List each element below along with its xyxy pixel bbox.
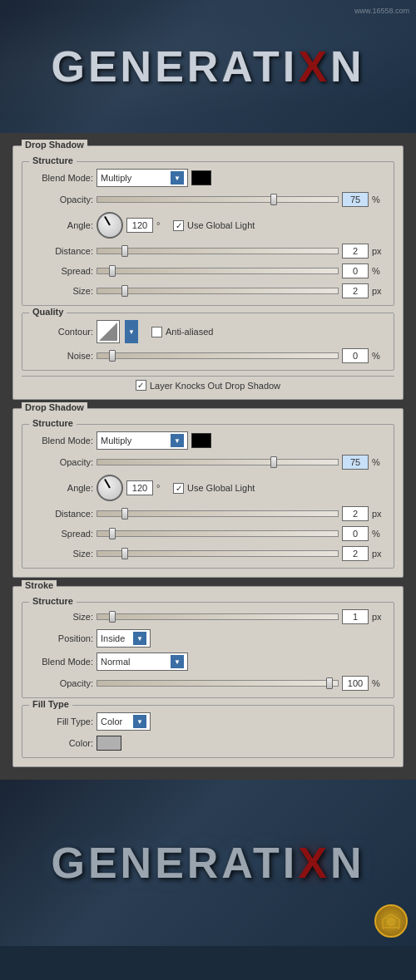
angle-row: Angle: 120 ° Use Global Light xyxy=(31,212,385,239)
panel1-title: Drop Shadow xyxy=(22,140,87,150)
layer-knocks-row: Layer Knocks Out Drop Shadow xyxy=(22,376,394,391)
size-input[interactable]: 2 xyxy=(342,283,369,298)
p3-size-input[interactable]: 1 xyxy=(342,609,369,624)
noise-slider-container xyxy=(97,352,339,359)
contour-dropdown-arrow[interactable]: ▼ xyxy=(125,320,138,343)
footer-banner: GENERATIXN xyxy=(0,780,416,946)
distance-slider[interactable] xyxy=(97,248,339,254)
p3-filltype-label: Fill Type: xyxy=(31,717,93,726)
noise-label: Noise: xyxy=(31,351,93,361)
blend-mode-value: Multiply xyxy=(101,173,131,183)
distance-slider-container xyxy=(97,248,339,254)
p3-opacity-slider[interactable] xyxy=(97,680,339,687)
anti-aliased-label: Anti-aliased xyxy=(166,327,213,337)
use-global-light-checkbox[interactable] xyxy=(173,220,184,231)
p2-spread-input[interactable]: 0 xyxy=(342,526,369,541)
p2-blend-mode-label: Blend Mode: xyxy=(31,436,93,446)
footer-title: GENERATIXN xyxy=(51,838,364,888)
header-title: GENERATIXN xyxy=(51,42,364,91)
title-post: N xyxy=(330,42,365,91)
svg-marker-0 xyxy=(99,323,117,341)
p2-distance-thumb xyxy=(121,508,128,520)
distance-input[interactable]: 2 xyxy=(342,244,369,259)
opacity-input[interactable]: 75 xyxy=(342,192,369,207)
p3-opacity-unit: % xyxy=(372,678,385,688)
distance-thumb xyxy=(121,245,128,257)
p2-size-unit: px xyxy=(372,549,385,559)
p2-blend-mode-dropdown[interactable]: Multiply ▼ xyxy=(97,431,188,450)
p3-blend-mode-row: Blend Mode: Normal ▼ xyxy=(31,653,385,671)
p2-size-slider[interactable] xyxy=(97,550,339,557)
p2-spread-slider[interactable] xyxy=(97,530,339,537)
p3-opacity-label: Opacity: xyxy=(31,678,93,688)
panel-drop-shadow-1: Drop Shadow Structure Blend Mode: Multip… xyxy=(12,145,404,400)
p3-size-row: Size: 1 px xyxy=(31,609,385,624)
distance-row: Distance: 2 px xyxy=(31,244,385,259)
p2-distance-slider[interactable] xyxy=(97,510,339,517)
angle-input[interactable]: 120 xyxy=(126,218,153,233)
p2-opacity-slider[interactable] xyxy=(97,459,339,465)
opacity-slider-container xyxy=(97,196,339,203)
p3-position-value: Inside xyxy=(101,633,125,643)
blend-mode-color-swatch[interactable] xyxy=(191,170,211,185)
p2-angle-needle xyxy=(104,479,111,488)
opacity-thumb xyxy=(270,194,277,205)
blend-mode-dropdown[interactable]: Multiply ▼ xyxy=(97,169,188,187)
p2-size-input[interactable]: 2 xyxy=(342,546,369,561)
p3-opacity-row: Opacity: 100 % xyxy=(31,676,385,691)
p2-use-global-light-label: Use Global Light xyxy=(187,483,255,493)
panel-stroke: Stroke Structure Size: 1 px Position: In… xyxy=(12,586,404,767)
p2-angle-dial[interactable] xyxy=(97,475,123,501)
noise-slider[interactable] xyxy=(97,352,339,359)
p2-blend-mode-color-swatch[interactable] xyxy=(191,433,211,448)
angle-needle xyxy=(104,216,111,225)
p3-filltype-arrow: ▼ xyxy=(133,715,146,728)
p2-distance-input[interactable]: 2 xyxy=(342,506,369,521)
watermark: www.16558.com xyxy=(354,7,409,15)
angle-dial[interactable] xyxy=(97,212,123,239)
angle-label: Angle: xyxy=(31,220,93,230)
p3-blend-mode-dropdown[interactable]: Normal ▼ xyxy=(97,653,188,671)
noise-input[interactable]: 0 xyxy=(342,348,369,363)
p3-position-dropdown[interactable]: Inside ▼ xyxy=(97,629,151,648)
p3-position-label: Position: xyxy=(31,633,93,643)
p3-size-slider[interactable] xyxy=(97,613,339,620)
p3-opacity-input[interactable]: 100 xyxy=(342,676,369,691)
size-thumb xyxy=(121,285,128,297)
panel2-structure-section: Structure Blend Mode: Multiply ▼ Opacity… xyxy=(22,424,394,569)
p2-spread-unit: % xyxy=(372,529,385,539)
layer-knocks-checkbox[interactable] xyxy=(136,380,146,391)
contour-preview[interactable] xyxy=(97,320,120,343)
main-content: Drop Shadow Structure Blend Mode: Multip… xyxy=(0,133,416,780)
size-slider[interactable] xyxy=(97,288,339,294)
p2-use-global-light-checkbox[interactable] xyxy=(173,483,184,494)
p2-opacity-label: Opacity: xyxy=(31,457,93,467)
noise-row: Noise: 0 % xyxy=(31,348,385,363)
spread-slider[interactable] xyxy=(97,268,339,274)
layer-knocks-label: Layer Knocks Out Drop Shadow xyxy=(150,381,280,391)
size-unit: px xyxy=(372,286,385,296)
p2-size-slider-container xyxy=(97,550,339,557)
size-row: Size: 2 px xyxy=(31,283,385,298)
spread-unit: % xyxy=(372,266,385,276)
p3-filltype-dropdown[interactable]: Color ▼ xyxy=(97,712,151,731)
p2-blend-mode-row: Blend Mode: Multiply ▼ xyxy=(31,431,385,450)
size-slider-container xyxy=(97,288,339,294)
spread-input[interactable]: 0 xyxy=(342,263,369,278)
p3-color-swatch[interactable] xyxy=(97,736,121,751)
footer-title-pre: GENERATI xyxy=(51,839,298,887)
anti-aliased-checkbox[interactable] xyxy=(151,327,162,337)
p2-distance-label: Distance: xyxy=(31,509,93,519)
panel2-structure-title: Structure xyxy=(29,418,77,428)
p2-angle-input[interactable]: 120 xyxy=(126,480,153,495)
opacity-slider[interactable] xyxy=(97,196,339,203)
panel1-quality-section: Quality Contour: ▼ Anti-aliased Noise: xyxy=(22,313,394,371)
p2-spread-thumb xyxy=(109,528,116,539)
p3-position-row: Position: Inside ▼ xyxy=(31,629,385,648)
p3-blend-mode-arrow: ▼ xyxy=(171,655,184,668)
p2-opacity-input[interactable]: 75 xyxy=(342,455,369,470)
panel1-structure-section: Structure Blend Mode: Multiply ▼ Opacity… xyxy=(22,161,394,306)
fill-type-title: Fill Type xyxy=(29,699,72,709)
spread-label: Spread: xyxy=(31,266,93,276)
panel3-title: Stroke xyxy=(22,580,57,590)
